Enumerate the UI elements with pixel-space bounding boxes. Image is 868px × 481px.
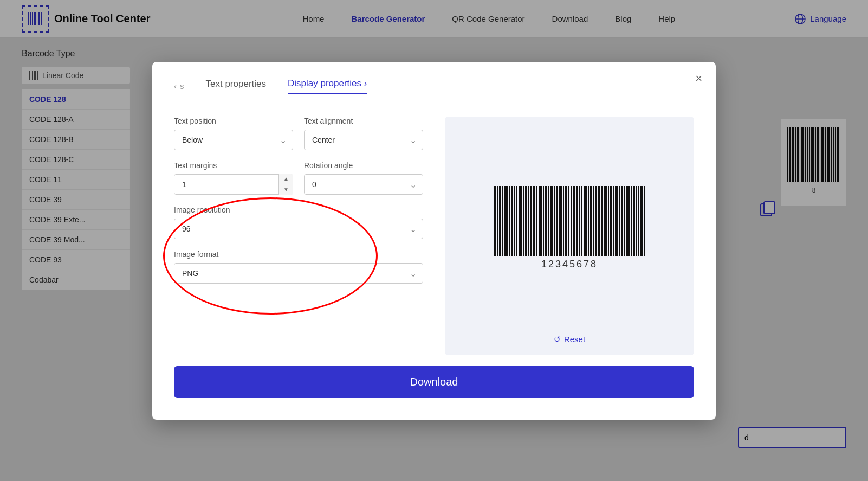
barcode-visual: 12345678	[494, 186, 645, 270]
svg-rect-64	[563, 186, 564, 256]
svg-rect-60	[550, 186, 553, 256]
svg-rect-76	[595, 186, 597, 256]
svg-rect-55	[536, 186, 537, 256]
svg-rect-85	[621, 186, 623, 256]
text-position-select[interactable]: Above Below None	[174, 130, 293, 150]
rotation-angle-select-wrapper: 0 90 180 270	[304, 174, 423, 195]
modal-overlay: ‹ s Text properties Display properties ›…	[0, 0, 868, 481]
image-format-label: Image format	[174, 250, 423, 259]
svg-rect-54	[533, 186, 535, 256]
barcode-preview-area: 12345678	[456, 133, 683, 324]
svg-rect-42	[499, 186, 501, 256]
close-button[interactable]: ×	[695, 73, 702, 85]
svg-rect-53	[530, 186, 532, 256]
chevron-right-icon: ›	[364, 78, 367, 88]
modal-tab-bar: ‹ s Text properties Display properties ›	[174, 78, 694, 100]
text-margins-input[interactable]: 1	[174, 174, 293, 195]
svg-text:12345678: 12345678	[541, 259, 598, 270]
modal-form: Text position Above Below None Text alig…	[174, 117, 423, 355]
text-alignment-label: Text alignment	[304, 117, 423, 125]
svg-rect-63	[559, 186, 562, 256]
svg-rect-56	[539, 186, 542, 256]
rotation-angle-select[interactable]: 0 90 180 270	[304, 174, 423, 195]
svg-rect-50	[523, 186, 524, 256]
rotation-angle-label: Rotation angle	[304, 161, 423, 170]
tab-prev-label: s	[180, 81, 184, 91]
svg-rect-73	[588, 186, 589, 256]
svg-rect-67	[571, 186, 572, 256]
svg-rect-46	[511, 186, 513, 256]
svg-rect-44	[504, 186, 508, 256]
svg-rect-61	[554, 186, 555, 256]
form-row-2: Text margins 1 ▲ ▼ Rotation angle	[174, 161, 423, 195]
text-margins-spinner-btns: ▲ ▼	[278, 174, 293, 195]
svg-rect-58	[545, 186, 547, 256]
text-alignment-select-wrapper: Left Center Right	[304, 130, 423, 150]
svg-rect-68	[573, 186, 575, 256]
annotated-section: Image resolution 72 96 150 300 Ima	[174, 206, 423, 284]
barcode-image: 12345678	[494, 186, 645, 270]
text-position-label: Text position	[174, 117, 293, 125]
svg-rect-86	[624, 186, 625, 256]
svg-rect-80	[608, 186, 609, 256]
svg-rect-59	[548, 186, 549, 256]
svg-rect-90	[636, 186, 637, 256]
reset-label: Reset	[564, 335, 585, 344]
image-resolution-select-wrapper: 72 96 150 300	[174, 219, 423, 239]
svg-rect-65	[565, 186, 567, 256]
text-margins-down[interactable]: ▼	[279, 184, 293, 195]
svg-rect-62	[556, 186, 558, 256]
svg-rect-51	[525, 186, 527, 256]
svg-rect-69	[576, 186, 578, 256]
svg-rect-87	[626, 186, 630, 256]
svg-rect-43	[502, 186, 503, 256]
svg-rect-57	[543, 186, 544, 256]
reset-icon: ↺	[554, 335, 561, 344]
image-format-select-wrapper: PNG JPG SVG BMP	[174, 263, 423, 284]
svg-rect-82	[613, 186, 614, 256]
chevron-left-icon: ‹	[174, 81, 177, 91]
svg-rect-93	[644, 186, 645, 256]
image-resolution-select[interactable]: 72 96 150 300	[174, 219, 423, 239]
reset-button[interactable]: ↺ Reset	[554, 335, 585, 344]
svg-rect-75	[593, 186, 594, 256]
form-row-1: Text position Above Below None Text alig…	[174, 117, 423, 150]
form-group-text-margins: Text margins 1 ▲ ▼	[174, 161, 293, 195]
barcode-preview-panel: 12345678 ↺ Reset	[445, 117, 694, 355]
svg-rect-84	[619, 186, 620, 256]
download-button[interactable]: Download	[174, 366, 694, 398]
svg-rect-72	[584, 186, 587, 256]
tab-display-properties[interactable]: Display properties ›	[288, 78, 367, 94]
modal-body: Text position Above Below None Text alig…	[174, 117, 694, 355]
svg-rect-81	[610, 186, 612, 256]
text-margins-spinner: 1 ▲ ▼	[174, 174, 293, 195]
svg-rect-78	[601, 186, 603, 256]
form-group-text-alignment: Text alignment Left Center Right	[304, 117, 423, 150]
text-margins-label: Text margins	[174, 161, 293, 170]
modal-dialog: ‹ s Text properties Display properties ›…	[152, 62, 716, 420]
tab-text-properties[interactable]: Text properties	[206, 79, 267, 94]
svg-rect-88	[631, 186, 632, 256]
text-alignment-select[interactable]: Left Center Right	[304, 130, 423, 150]
svg-rect-52	[528, 186, 529, 256]
svg-rect-79	[604, 186, 607, 256]
svg-rect-48	[516, 186, 517, 256]
svg-rect-91	[638, 186, 639, 256]
image-format-select[interactable]: PNG JPG SVG BMP	[174, 263, 423, 284]
svg-rect-89	[633, 186, 635, 256]
svg-rect-40	[494, 186, 496, 256]
svg-rect-77	[598, 186, 600, 256]
svg-rect-71	[581, 186, 582, 256]
svg-rect-74	[590, 186, 592, 256]
svg-rect-83	[615, 186, 618, 256]
form-group-text-position: Text position Above Below None	[174, 117, 293, 150]
form-group-image-resolution: Image resolution 72 96 150 300	[174, 206, 423, 239]
svg-rect-70	[579, 186, 580, 256]
svg-rect-41	[497, 186, 498, 256]
svg-rect-45	[509, 186, 510, 256]
text-margins-up[interactable]: ▲	[279, 174, 293, 185]
form-group-image-format: Image format PNG JPG SVG BMP	[174, 250, 423, 284]
tab-prev[interactable]: ‹ s	[174, 81, 184, 91]
text-position-select-wrapper: Above Below None	[174, 130, 293, 150]
svg-rect-47	[514, 186, 515, 256]
